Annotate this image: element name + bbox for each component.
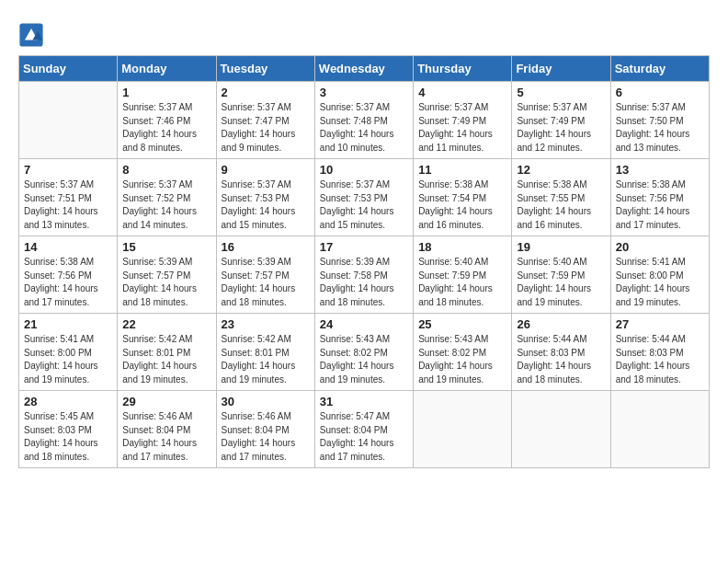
day-info: Sunrise: 5:38 AMSunset: 7:56 PMDaylight:… [24, 256, 112, 309]
calendar-cell: 30Sunrise: 5:46 AMSunset: 8:04 PMDayligh… [216, 391, 314, 468]
day-number: 17 [320, 240, 408, 254]
calendar-day-header: Tuesday [216, 56, 314, 82]
calendar-day-header: Sunday [19, 56, 118, 82]
calendar-cell: 1Sunrise: 5:37 AMSunset: 7:46 PMDaylight… [118, 82, 216, 159]
day-number: 5 [517, 86, 605, 99]
day-info: Sunrise: 5:39 AMSunset: 7:57 PMDaylight:… [122, 256, 210, 309]
day-number: 6 [616, 86, 704, 99]
day-info: Sunrise: 5:42 AMSunset: 8:01 PMDaylight:… [222, 333, 310, 386]
calendar-week-row: 28Sunrise: 5:45 AMSunset: 8:03 PMDayligh… [19, 391, 710, 468]
day-info: Sunrise: 5:45 AMSunset: 8:03 PMDaylight:… [24, 410, 112, 464]
day-info: Sunrise: 5:47 AMSunset: 8:04 PMDaylight:… [320, 410, 408, 464]
calendar-cell: 23Sunrise: 5:42 AMSunset: 8:01 PMDayligh… [216, 314, 314, 391]
day-number: 24 [320, 317, 408, 331]
calendar-week-row: 14Sunrise: 5:38 AMSunset: 7:56 PMDayligh… [19, 236, 710, 314]
day-number: 4 [418, 86, 506, 99]
calendar-cell: 28Sunrise: 5:45 AMSunset: 8:03 PMDayligh… [19, 391, 118, 468]
calendar-cell: 21Sunrise: 5:41 AMSunset: 8:00 PMDayligh… [19, 314, 118, 391]
day-info: Sunrise: 5:37 AMSunset: 7:49 PMDaylight:… [418, 101, 506, 155]
calendar-cell: 20Sunrise: 5:41 AMSunset: 8:00 PMDayligh… [610, 236, 709, 314]
day-number: 1 [122, 86, 210, 99]
day-number: 7 [24, 163, 112, 177]
day-info: Sunrise: 5:37 AMSunset: 7:49 PMDaylight:… [517, 101, 605, 155]
day-number: 2 [222, 86, 310, 99]
calendar-cell: 26Sunrise: 5:44 AMSunset: 8:03 PMDayligh… [512, 314, 610, 391]
calendar-cell: 8Sunrise: 5:37 AMSunset: 7:52 PMDaylight… [118, 159, 216, 236]
day-number: 23 [222, 317, 310, 331]
day-info: Sunrise: 5:38 AMSunset: 7:55 PMDaylight:… [517, 178, 605, 232]
day-number: 21 [24, 317, 112, 331]
calendar-day-header: Thursday [414, 56, 512, 82]
day-number: 9 [222, 163, 310, 177]
calendar-week-row: 1Sunrise: 5:37 AMSunset: 7:46 PMDaylight… [19, 82, 710, 159]
day-info: Sunrise: 5:37 AMSunset: 7:53 PMDaylight:… [320, 178, 408, 232]
calendar-cell: 6Sunrise: 5:37 AMSunset: 7:50 PMDaylight… [610, 82, 709, 159]
calendar-cell: 15Sunrise: 5:39 AMSunset: 7:57 PMDayligh… [118, 236, 216, 314]
calendar-cell: 12Sunrise: 5:38 AMSunset: 7:55 PMDayligh… [512, 159, 610, 236]
calendar-cell: 9Sunrise: 5:37 AMSunset: 7:53 PMDaylight… [216, 159, 314, 236]
day-number: 19 [517, 240, 605, 254]
calendar-cell [19, 82, 118, 159]
day-number: 25 [418, 317, 506, 331]
day-info: Sunrise: 5:40 AMSunset: 7:59 PMDaylight:… [418, 256, 506, 309]
logo [18, 22, 48, 48]
day-info: Sunrise: 5:44 AMSunset: 8:03 PMDaylight:… [517, 333, 605, 386]
day-number: 15 [122, 240, 210, 254]
day-number: 28 [24, 395, 112, 408]
day-info: Sunrise: 5:37 AMSunset: 7:48 PMDaylight:… [320, 101, 408, 155]
day-number: 22 [122, 317, 210, 331]
day-info: Sunrise: 5:38 AMSunset: 7:54 PMDaylight:… [418, 178, 506, 232]
calendar-cell: 2Sunrise: 5:37 AMSunset: 7:47 PMDaylight… [216, 82, 314, 159]
calendar-header-row: SundayMondayTuesdayWednesdayThursdayFrid… [19, 56, 710, 82]
day-number: 29 [122, 395, 210, 408]
day-number: 16 [222, 240, 310, 254]
day-number: 30 [222, 395, 310, 408]
day-number: 3 [320, 86, 408, 99]
day-info: Sunrise: 5:39 AMSunset: 7:58 PMDaylight:… [320, 256, 408, 309]
day-info: Sunrise: 5:41 AMSunset: 8:00 PMDaylight:… [24, 333, 112, 386]
day-info: Sunrise: 5:37 AMSunset: 7:52 PMDaylight:… [122, 178, 210, 232]
calendar-cell: 24Sunrise: 5:43 AMSunset: 8:02 PMDayligh… [314, 314, 413, 391]
day-info: Sunrise: 5:46 AMSunset: 8:04 PMDaylight:… [122, 410, 210, 464]
calendar-cell: 29Sunrise: 5:46 AMSunset: 8:04 PMDayligh… [118, 391, 216, 468]
calendar-day-header: Friday [512, 56, 610, 82]
day-info: Sunrise: 5:40 AMSunset: 7:59 PMDaylight:… [517, 256, 605, 309]
calendar-cell: 19Sunrise: 5:40 AMSunset: 7:59 PMDayligh… [512, 236, 610, 314]
day-number: 31 [320, 395, 408, 408]
calendar-body: 1Sunrise: 5:37 AMSunset: 7:46 PMDaylight… [19, 82, 710, 468]
logo-icon [18, 22, 44, 48]
day-number: 26 [517, 317, 605, 331]
calendar-cell [414, 391, 512, 468]
calendar-table: SundayMondayTuesdayWednesdayThursdayFrid… [18, 55, 710, 468]
day-number: 13 [616, 163, 704, 177]
day-number: 10 [320, 163, 408, 177]
calendar-cell: 5Sunrise: 5:37 AMSunset: 7:49 PMDaylight… [512, 82, 610, 159]
day-info: Sunrise: 5:44 AMSunset: 8:03 PMDaylight:… [616, 333, 704, 386]
calendar-cell: 11Sunrise: 5:38 AMSunset: 7:54 PMDayligh… [414, 159, 512, 236]
calendar-cell: 3Sunrise: 5:37 AMSunset: 7:48 PMDaylight… [314, 82, 413, 159]
calendar-cell: 22Sunrise: 5:42 AMSunset: 8:01 PMDayligh… [118, 314, 216, 391]
calendar-cell: 7Sunrise: 5:37 AMSunset: 7:51 PMDaylight… [19, 159, 118, 236]
calendar-cell: 13Sunrise: 5:38 AMSunset: 7:56 PMDayligh… [610, 159, 709, 236]
day-info: Sunrise: 5:43 AMSunset: 8:02 PMDaylight:… [418, 333, 506, 386]
calendar-week-row: 21Sunrise: 5:41 AMSunset: 8:00 PMDayligh… [19, 314, 710, 391]
calendar-cell [512, 391, 610, 468]
day-number: 12 [517, 163, 605, 177]
day-number: 14 [24, 240, 112, 254]
calendar-cell: 17Sunrise: 5:39 AMSunset: 7:58 PMDayligh… [314, 236, 413, 314]
calendar-cell: 27Sunrise: 5:44 AMSunset: 8:03 PMDayligh… [610, 314, 709, 391]
calendar-cell: 25Sunrise: 5:43 AMSunset: 8:02 PMDayligh… [414, 314, 512, 391]
day-info: Sunrise: 5:42 AMSunset: 8:01 PMDaylight:… [122, 333, 210, 386]
calendar-cell: 10Sunrise: 5:37 AMSunset: 7:53 PMDayligh… [314, 159, 413, 236]
day-info: Sunrise: 5:46 AMSunset: 8:04 PMDaylight:… [222, 410, 310, 464]
calendar-cell: 4Sunrise: 5:37 AMSunset: 7:49 PMDaylight… [414, 82, 512, 159]
calendar-cell: 31Sunrise: 5:47 AMSunset: 8:04 PMDayligh… [314, 391, 413, 468]
calendar-cell: 18Sunrise: 5:40 AMSunset: 7:59 PMDayligh… [414, 236, 512, 314]
day-number: 8 [122, 163, 210, 177]
calendar-day-header: Saturday [610, 56, 709, 82]
calendar-day-header: Monday [118, 56, 216, 82]
day-info: Sunrise: 5:37 AMSunset: 7:53 PMDaylight:… [222, 178, 310, 232]
day-info: Sunrise: 5:41 AMSunset: 8:00 PMDaylight:… [616, 256, 704, 309]
day-info: Sunrise: 5:38 AMSunset: 7:56 PMDaylight:… [616, 178, 704, 232]
day-info: Sunrise: 5:37 AMSunset: 7:47 PMDaylight:… [222, 101, 310, 155]
